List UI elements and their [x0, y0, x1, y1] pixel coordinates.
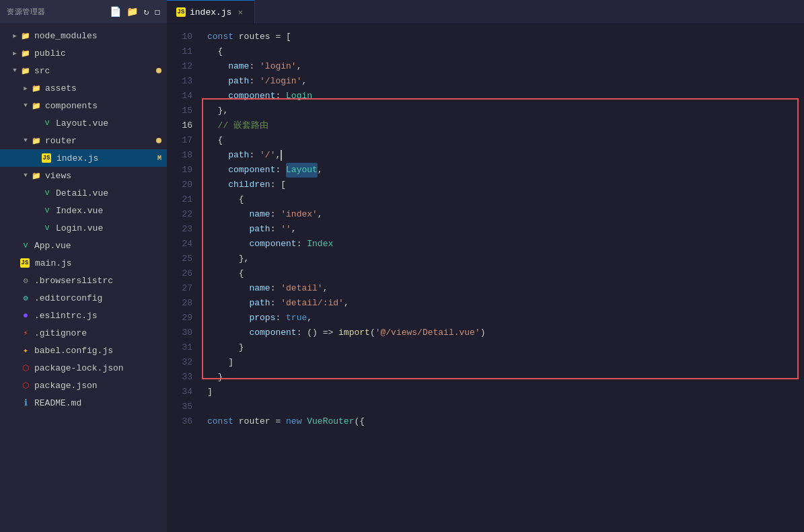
new-folder-icon[interactable]: 📁	[126, 6, 138, 17]
folder-icon: 📁	[31, 100, 42, 111]
code-line-28: path: 'detail/:id',	[207, 296, 804, 311]
tree-label: views	[45, 171, 71, 181]
tree-label: node_modules	[34, 31, 98, 41]
code-line-23: path: '',	[207, 222, 804, 237]
js-icon: JS	[20, 258, 30, 268]
line-num: 17	[167, 133, 202, 148]
tree-label: components	[45, 101, 98, 111]
code-line-15: },	[207, 104, 804, 118]
line-num: 23	[167, 222, 202, 237]
tree-item-index-vue[interactable]: ▶ V Index.vue	[0, 202, 167, 219]
tree-label: .eslintrc.js	[34, 311, 98, 321]
tree-item-browserslistrc[interactable]: ▶ ⚙ .browserslistrc	[0, 272, 167, 289]
code-line-27: name: 'detail',	[207, 281, 804, 296]
line-num: 36	[167, 414, 202, 429]
tree-label: assets	[45, 83, 77, 93]
line-num: 12	[167, 59, 202, 74]
tree-item-login-vue[interactable]: ▶ V Login.vue	[0, 219, 167, 237]
line-num: 15	[167, 104, 202, 118]
sidebar-header: 资源管理器 📄 📁 ↻ ◻	[0, 0, 167, 24]
modified-badge: M	[157, 155, 161, 162]
code-line-32: ]	[207, 355, 804, 370]
tree-item-router[interactable]: ▼ 📁 router	[0, 132, 167, 149]
tree-label: router	[45, 136, 77, 146]
tree-label: index.js	[57, 153, 98, 163]
code-line-31: }	[207, 340, 804, 355]
line-num: 20	[167, 178, 202, 192]
tree-label: Detail.vue	[56, 188, 108, 198]
line-num: 22	[167, 207, 202, 222]
tree-label: src	[34, 66, 50, 76]
editor-area: JS index.js ✕ 10 11 12 13 14 15 16 17 18…	[167, 0, 804, 532]
folder-icon: 📁	[31, 83, 42, 93]
tree-item-editorconfig[interactable]: ▶ ⚙ .editorconfig	[0, 289, 167, 307]
code-line-19: component: Layout,	[207, 163, 804, 178]
chevron-icon: ▼	[22, 137, 30, 145]
chevron-icon: ▼	[11, 67, 19, 75]
folder-icon: 📁	[31, 135, 42, 146]
new-file-icon[interactable]: 📄	[110, 6, 121, 17]
code-line-24: component: Index	[207, 237, 804, 252]
code-content[interactable]: const routes = [ { name: 'login', path: …	[202, 24, 804, 532]
line-num: 24	[167, 237, 202, 252]
tab-label: index.js	[190, 7, 231, 17]
tree-item-gitignore[interactable]: ▶ ⚡ .gitignore	[0, 324, 167, 342]
tree-item-src[interactable]: ▼ 📁 src	[0, 62, 167, 79]
line-num: 31	[167, 340, 202, 355]
tree-item-index-js[interactable]: ▶ JS index.js M	[0, 149, 167, 167]
line-num: 21	[167, 192, 202, 207]
tree-label: public	[34, 48, 66, 59]
tab-js-icon: JS	[176, 7, 186, 17]
tree-item-package-json[interactable]: ▶ ⬡ package.json	[0, 377, 167, 394]
tree-item-babel-config[interactable]: ▶ ✦ babel.config.js	[0, 342, 167, 359]
tree-item-components[interactable]: ▼ 📁 components	[0, 97, 167, 114]
tree-item-node-modules[interactable]: ▶ 📁 node_modules	[0, 27, 167, 44]
line-num: 13	[167, 74, 202, 89]
tree-item-assets[interactable]: ▶ 📁 assets	[0, 79, 167, 97]
tab-bar: JS index.js ✕	[167, 0, 804, 24]
code-line-10: const routes = [	[207, 30, 804, 44]
tree-item-main-js[interactable]: ▶ JS main.js	[0, 254, 167, 272]
sidebar: 资源管理器 📄 📁 ↻ ◻ ▶ 📁 node_modules ▶ 📁 publi…	[0, 0, 167, 532]
tree-label: Index.vue	[56, 206, 103, 216]
line-numbers: 10 11 12 13 14 15 16 17 18 19 20 21 22 2…	[167, 24, 202, 532]
tree-label: Layout.vue	[56, 118, 108, 128]
line-num: 25	[167, 252, 202, 266]
tree-item-views[interactable]: ▼ 📁 views	[0, 167, 167, 184]
line-num-active: 16	[167, 118, 202, 133]
chevron-icon: ▼	[22, 102, 30, 110]
tab-index-js[interactable]: JS index.js ✕	[167, 0, 255, 24]
vue-icon: V	[42, 118, 52, 128]
tree-item-detail-vue[interactable]: ▶ V Detail.vue	[0, 184, 167, 202]
modified-badge	[156, 138, 161, 143]
npm-icon: ⬡	[20, 363, 31, 373]
eslint-icon: ●	[20, 310, 31, 321]
tree-item-app-vue[interactable]: ▶ V App.vue	[0, 237, 167, 254]
tree-label: .editorconfig	[34, 293, 102, 303]
tree-label: README.md	[34, 398, 81, 408]
tree-item-public[interactable]: ▶ 📁 public	[0, 44, 167, 62]
collapse-icon[interactable]: ◻	[155, 6, 160, 17]
chevron-icon: ▶	[11, 32, 19, 40]
tree-item-layout-vue[interactable]: ▶ V Layout.vue	[0, 114, 167, 132]
refresh-icon[interactable]: ↻	[143, 6, 149, 17]
code-line-14: component: Login	[207, 89, 804, 104]
editorconfig-icon: ⚙	[20, 293, 31, 303]
babel-icon: ✦	[20, 345, 31, 356]
vue-icon: V	[42, 188, 52, 198]
code-line-30: component: () => import('@/views/Detail.…	[207, 326, 804, 340]
line-num: 34	[167, 385, 202, 400]
code-editor[interactable]: 10 11 12 13 14 15 16 17 18 19 20 21 22 2…	[167, 24, 804, 532]
modified-badge	[156, 68, 161, 73]
tree-label: App.vue	[34, 241, 71, 251]
tree-item-package-lock[interactable]: ▶ ⬡ package-lock.json	[0, 359, 167, 377]
line-num: 30	[167, 326, 202, 340]
code-line-12: name: 'login',	[207, 59, 804, 74]
tree-label: package.json	[34, 381, 98, 391]
line-num: 14	[167, 89, 202, 104]
tree-label: .browserslistrc	[34, 276, 113, 286]
tree-item-readme[interactable]: ▶ ℹ README.md	[0, 394, 167, 412]
line-num: 32	[167, 355, 202, 370]
tab-close-button[interactable]: ✕	[235, 7, 245, 17]
tree-item-eslintrc[interactable]: ▶ ● .eslintrc.js	[0, 307, 167, 324]
